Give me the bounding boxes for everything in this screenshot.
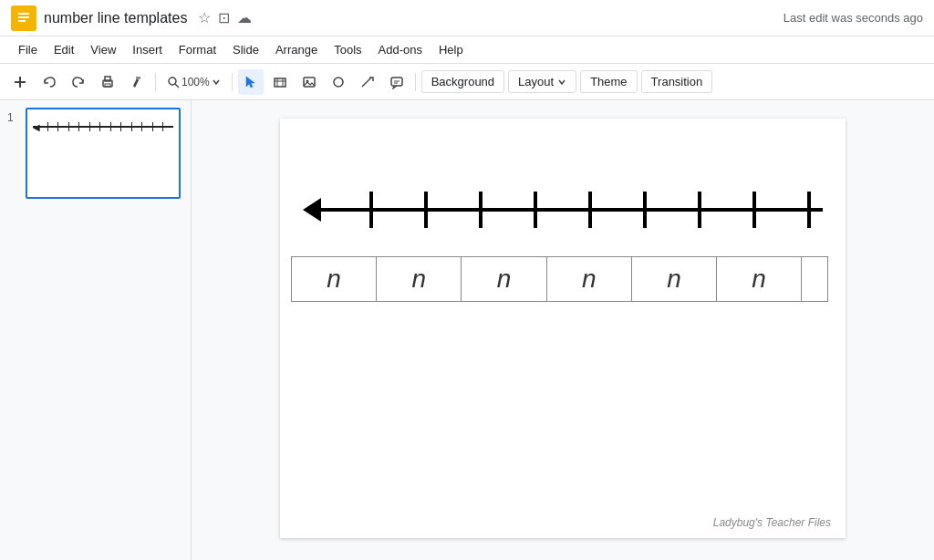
thumb-tick	[57, 122, 58, 131]
svg-rect-1	[18, 13, 29, 15]
title-bar: number line templates ☆ ⊡ ☁ Last edit wa…	[0, 0, 934, 36]
label-cell-6	[801, 256, 828, 302]
select-tool[interactable]	[238, 69, 264, 95]
zoom-control[interactable]: 100%	[161, 74, 226, 90]
last-edit-label: Last edit was seconds ago	[784, 11, 923, 25]
svg-rect-2	[18, 16, 29, 18]
menu-insert[interactable]: Insert	[125, 39, 170, 60]
thumb-tick	[131, 122, 132, 131]
thumb-ticks	[37, 122, 173, 131]
cloud-icon[interactable]: ☁	[237, 9, 252, 26]
menu-bar: File Edit View Insert Format Slide Arran…	[0, 36, 934, 64]
menu-edit[interactable]: Edit	[47, 39, 81, 60]
thumb-tick	[99, 122, 100, 131]
svg-point-10	[169, 78, 176, 85]
thumb-tick	[162, 122, 163, 131]
toolbar: 100% Background Layout Theme Transition	[0, 64, 934, 100]
shapes-tool[interactable]	[326, 69, 351, 95]
theme-button[interactable]: Theme	[580, 70, 637, 93]
menu-tools[interactable]: Tools	[327, 39, 368, 60]
svg-rect-12	[275, 78, 285, 87]
thumb-numberline: ◀	[33, 115, 173, 128]
thumb-tick	[152, 122, 153, 131]
label-1: n	[412, 264, 427, 294]
layout-button[interactable]: Layout	[508, 70, 576, 93]
folder-icon[interactable]: ⊡	[218, 9, 230, 26]
menu-help[interactable]: Help	[431, 39, 471, 60]
thumb-tick	[110, 122, 111, 131]
menu-file[interactable]: File	[11, 39, 45, 60]
layout-chevron-icon	[557, 78, 566, 87]
labels-row: n n n n n n	[291, 256, 827, 302]
separator-3	[415, 73, 416, 91]
label-4: n	[667, 264, 681, 294]
menu-format[interactable]: Format	[171, 39, 223, 60]
paint-button[interactable]	[124, 69, 150, 95]
number-line-svg	[289, 173, 827, 237]
textbox-tool[interactable]	[267, 69, 293, 95]
thumb-tick	[120, 122, 121, 131]
menu-arrange[interactable]: Arrange	[268, 39, 325, 60]
slide-canvas: n n n n n n	[280, 119, 846, 538]
label-cell-1: n	[376, 256, 462, 302]
number-line-section	[289, 155, 827, 249]
thumb-tick	[78, 122, 79, 131]
label-cell-0: n	[291, 256, 377, 302]
comment-tool[interactable]	[384, 69, 410, 95]
svg-rect-9	[136, 77, 140, 79]
line-tool[interactable]	[355, 69, 380, 95]
star-icon[interactable]: ☆	[198, 9, 211, 26]
image-tool[interactable]	[296, 69, 322, 95]
label-0: n	[327, 264, 341, 294]
slide-number: 1	[7, 108, 20, 124]
doc-title[interactable]: number line templates	[44, 10, 187, 26]
label-cell-3: n	[546, 256, 632, 302]
separator-2	[232, 73, 233, 91]
slide-thumbnail[interactable]: ◀	[26, 108, 181, 199]
label-5: n	[752, 264, 766, 294]
arrow-left	[303, 198, 321, 222]
label-2: n	[497, 264, 512, 294]
canvas-area[interactable]: n n n n n n	[192, 100, 934, 560]
watermark: Ladybug's Teacher Files	[713, 516, 831, 529]
thumb-tick	[89, 122, 90, 131]
label-cell-4: n	[631, 256, 717, 302]
zoom-level: 100%	[182, 76, 210, 88]
svg-line-19	[362, 78, 371, 87]
menu-slide[interactable]: Slide	[225, 39, 266, 60]
label-cell-5: n	[716, 256, 802, 302]
thumb-tick	[68, 122, 69, 131]
redo-button[interactable]	[66, 69, 91, 95]
undo-button[interactable]	[36, 69, 62, 95]
svg-rect-7	[105, 77, 110, 81]
menu-view[interactable]: View	[83, 39, 123, 60]
thumb-tick	[141, 122, 142, 131]
layout-label: Layout	[518, 75, 554, 88]
label-cell-2: n	[461, 256, 546, 302]
app-logo	[11, 5, 36, 31]
background-button[interactable]: Background	[421, 70, 504, 93]
transition-button[interactable]: Transition	[641, 70, 713, 93]
menu-addons[interactable]: Add-ons	[371, 39, 430, 60]
print-button[interactable]	[95, 69, 120, 95]
slide-thumb-container: 1 ◀	[7, 108, 183, 199]
svg-line-11	[175, 84, 179, 88]
slides-panel: 1 ◀	[0, 100, 192, 560]
add-button[interactable]	[7, 69, 33, 95]
main-area: 1 ◀	[0, 100, 934, 560]
svg-rect-3	[18, 20, 26, 22]
svg-rect-16	[304, 78, 315, 87]
title-icons: ☆ ⊡ ☁	[198, 9, 252, 26]
thumb-tick	[47, 122, 48, 131]
svg-point-18	[334, 78, 343, 87]
label-3: n	[582, 264, 597, 294]
svg-rect-8	[105, 84, 110, 87]
separator-1	[155, 73, 156, 91]
